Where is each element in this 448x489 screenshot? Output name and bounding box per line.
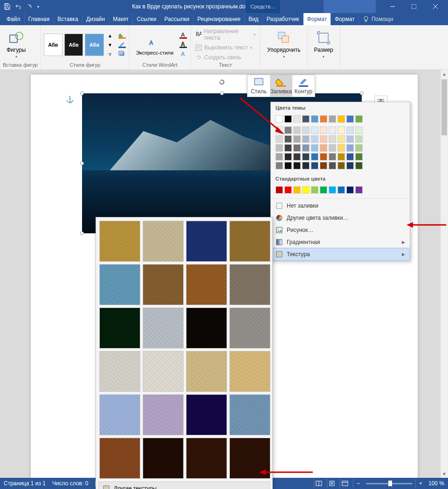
color-swatch[interactable] xyxy=(329,153,336,161)
scroll-up[interactable]: ▲ xyxy=(441,70,448,78)
color-swatch[interactable] xyxy=(355,144,363,152)
size-button[interactable]: Размер▾ xyxy=(310,29,337,60)
color-swatch[interactable] xyxy=(284,144,292,152)
more-textures-button[interactable]: Другие текстуры… xyxy=(98,482,270,489)
text-outline-button[interactable]: A xyxy=(179,41,187,49)
zoom-level[interactable]: 100 % xyxy=(428,480,444,487)
color-swatch[interactable] xyxy=(311,135,318,143)
color-swatch[interactable] xyxy=(346,153,354,161)
texture-swatch[interactable] xyxy=(186,264,227,305)
color-swatch[interactable] xyxy=(311,126,318,134)
color-swatch[interactable] xyxy=(276,153,283,161)
style-preset-3[interactable]: Абв xyxy=(85,34,103,56)
color-swatch[interactable] xyxy=(284,162,292,169)
color-swatch[interactable] xyxy=(355,153,363,161)
close-button[interactable] xyxy=(425,0,446,13)
tab-mailings[interactable]: Рассылки xyxy=(160,13,193,25)
color-swatch[interactable] xyxy=(320,144,327,152)
wordart-quick-styles[interactable]: A Экспресс-стили xyxy=(132,33,177,56)
tab-layout[interactable]: Макет xyxy=(109,13,133,25)
color-swatch[interactable] xyxy=(302,115,310,123)
shapes-gallery-button[interactable]: Фигуры ▾ xyxy=(3,29,29,60)
texture-swatch[interactable] xyxy=(186,438,227,479)
color-swatch[interactable] xyxy=(311,144,318,152)
color-swatch[interactable] xyxy=(329,115,336,123)
color-swatch[interactable] xyxy=(311,115,318,123)
minimize-button[interactable] xyxy=(382,0,403,13)
color-swatch[interactable] xyxy=(355,135,363,143)
color-swatch[interactable] xyxy=(338,126,345,134)
color-swatch[interactable] xyxy=(284,126,292,134)
menu-gradient-fill[interactable]: Градиентная ▶ xyxy=(271,236,410,248)
color-swatch[interactable] xyxy=(320,126,327,134)
color-swatch[interactable] xyxy=(320,115,327,123)
view-read-mode[interactable] xyxy=(314,479,324,488)
tab-insert[interactable]: Вставка xyxy=(54,13,83,25)
redo-button[interactable] xyxy=(24,1,34,12)
menu-no-fill[interactable]: Нет заливки xyxy=(271,200,410,212)
zoom-slider[interactable] xyxy=(366,483,413,484)
color-swatch[interactable] xyxy=(311,153,318,161)
color-swatch[interactable] xyxy=(302,186,310,194)
texture-swatch[interactable] xyxy=(143,221,184,262)
color-swatch[interactable] xyxy=(293,162,301,169)
color-swatch[interactable] xyxy=(311,186,318,194)
view-print-layout[interactable] xyxy=(327,479,337,488)
texture-swatch[interactable] xyxy=(99,438,140,479)
color-swatch[interactable] xyxy=(276,186,283,194)
style-preset-1[interactable]: Абв xyxy=(44,34,62,56)
color-swatch[interactable] xyxy=(346,144,354,152)
gallery-down[interactable]: ▾ xyxy=(106,41,114,49)
color-swatch[interactable] xyxy=(302,135,310,143)
undo-button[interactable] xyxy=(13,1,23,12)
user-account-area[interactable] xyxy=(324,0,376,13)
tab-home[interactable]: Главная xyxy=(25,13,54,25)
tab-file[interactable]: Файл xyxy=(3,13,25,25)
mini-outline-button[interactable]: Контур xyxy=(292,75,315,97)
color-swatch[interactable] xyxy=(276,144,283,152)
menu-picture-fill[interactable]: Рисунок… xyxy=(271,224,410,236)
tab-format-picture[interactable]: Формат xyxy=(331,13,359,25)
resize-handle-n[interactable] xyxy=(220,91,224,95)
texture-swatch[interactable] xyxy=(186,221,227,262)
resize-handle-sw[interactable] xyxy=(80,231,84,235)
shape-fill-button[interactable] xyxy=(118,31,126,40)
tell-me-search[interactable]: Помощн xyxy=(359,13,397,25)
color-swatch[interactable] xyxy=(311,162,318,169)
gallery-up[interactable]: ▴ xyxy=(106,31,114,40)
shape-effects-button[interactable] xyxy=(118,50,126,58)
align-text-button[interactable]: Выровнять текст▾ xyxy=(193,43,254,52)
texture-swatch[interactable] xyxy=(143,307,184,349)
color-swatch[interactable] xyxy=(293,126,301,134)
color-swatch[interactable] xyxy=(338,144,345,152)
color-swatch[interactable] xyxy=(338,153,345,161)
color-swatch[interactable] xyxy=(302,144,310,152)
color-swatch[interactable] xyxy=(355,126,363,134)
color-swatch[interactable] xyxy=(346,115,354,123)
color-swatch[interactable] xyxy=(302,126,310,134)
color-swatch[interactable] xyxy=(346,126,354,134)
zoom-in-button[interactable]: + xyxy=(415,479,426,488)
color-swatch[interactable] xyxy=(284,115,292,123)
color-swatch[interactable] xyxy=(276,162,283,169)
texture-swatch[interactable] xyxy=(143,394,184,435)
texture-swatch[interactable] xyxy=(99,351,140,392)
text-effects-button[interactable]: A xyxy=(179,50,187,58)
color-swatch[interactable] xyxy=(302,162,310,169)
tab-format-shape[interactable]: Формат xyxy=(303,13,331,25)
texture-swatch[interactable] xyxy=(229,307,270,349)
resize-handle-nw[interactable] xyxy=(80,91,84,95)
color-swatch[interactable] xyxy=(302,153,310,161)
color-swatch[interactable] xyxy=(320,135,327,143)
texture-swatch[interactable] xyxy=(143,351,184,392)
texture-swatch[interactable] xyxy=(186,351,227,392)
color-swatch[interactable] xyxy=(320,186,327,194)
resize-handle-w[interactable] xyxy=(80,161,84,165)
color-swatch[interactable] xyxy=(320,153,327,161)
texture-swatch[interactable] xyxy=(229,264,270,305)
status-page[interactable]: Страница 1 из 1 xyxy=(4,480,46,487)
style-preset-2[interactable]: Абв xyxy=(64,34,83,56)
save-button[interactable] xyxy=(2,1,12,12)
resize-handle-ne[interactable] xyxy=(360,91,364,95)
zoom-out-button[interactable]: − xyxy=(353,479,363,488)
